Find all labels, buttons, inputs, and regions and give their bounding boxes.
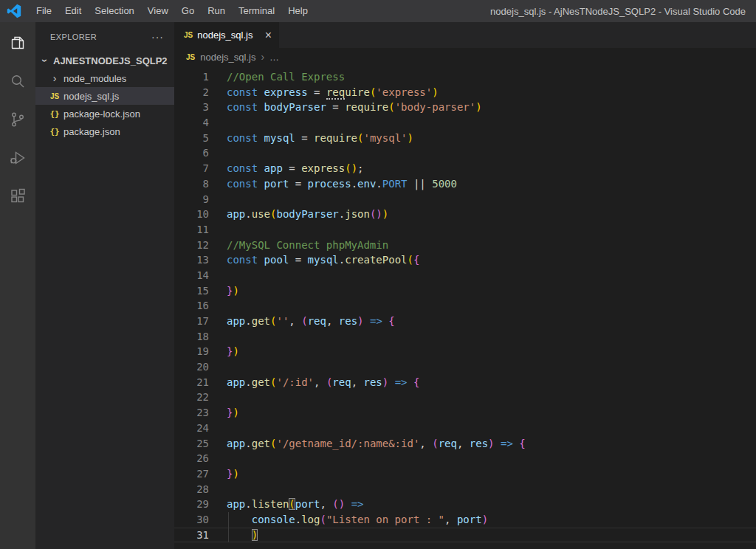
menu-terminal[interactable]: Terminal xyxy=(232,0,281,22)
tab-nodejs-sql-js[interactable]: JS nodejs_sql.js × xyxy=(174,22,279,48)
code-line-21[interactable]: 21app.get('/:id', (req, res) => { xyxy=(174,375,756,390)
code-line-27[interactable]: 27}) xyxy=(174,466,756,482)
line-number[interactable]: 10 xyxy=(174,207,221,222)
code-editor[interactable]: 1//Open Call Express2const express = req… xyxy=(174,66,756,549)
code-line-2[interactable]: 2const express = require('express') xyxy=(174,85,756,100)
file-label: package.json xyxy=(63,126,120,137)
line-number[interactable]: 4 xyxy=(174,115,221,131)
menu-go[interactable]: Go xyxy=(175,0,201,22)
code-token xyxy=(258,254,264,266)
line-number[interactable]: 13 xyxy=(174,252,221,268)
code-line-29[interactable]: 29app.listen(port, () => xyxy=(174,497,756,512)
line-number[interactable]: 20 xyxy=(174,359,221,375)
code-token: ) xyxy=(351,162,357,174)
code-line-24[interactable]: 24 xyxy=(174,421,756,436)
code-line-15[interactable]: 15}) xyxy=(174,283,756,299)
search-icon[interactable] xyxy=(9,72,27,90)
menu-edit[interactable]: Edit xyxy=(58,0,88,22)
breadcrumb-file[interactable]: nodejs_sql.js xyxy=(200,52,255,63)
sidebar-item-root-folder[interactable]: › AJNESTNODEJS_SQLP2 xyxy=(35,52,174,69)
code-line-8[interactable]: 8const port = process.env.PORT || 5000 xyxy=(174,176,756,192)
code-line-30[interactable]: 30 console.log("Listen on port : ", port… xyxy=(174,512,756,528)
line-number[interactable]: 28 xyxy=(174,482,221,497)
code-line-10[interactable]: 10app.use(bodyParser.json()) xyxy=(174,207,756,222)
line-number[interactable]: 27 xyxy=(174,466,221,482)
line-number[interactable]: 29 xyxy=(174,497,221,512)
code-line-28[interactable]: 28 xyxy=(174,482,756,497)
code-line-18[interactable]: 18 xyxy=(174,329,756,345)
code-line-13[interactable]: 13const pool = mysql.createPool({ xyxy=(174,252,756,268)
sidebar-item-package-json[interactable]: {}package.json xyxy=(35,122,174,140)
menu-view[interactable]: View xyxy=(141,0,175,22)
code-token: mysql xyxy=(264,132,295,144)
menu-help[interactable]: Help xyxy=(281,0,315,22)
breadcrumb-more[interactable]: … xyxy=(269,52,279,63)
line-number[interactable]: 22 xyxy=(174,390,221,405)
code-line-4[interactable]: 4 xyxy=(174,115,756,131)
run-debug-icon[interactable] xyxy=(9,149,27,167)
code-token: app xyxy=(264,162,283,174)
line-number[interactable]: 2 xyxy=(174,85,221,100)
sidebar-item-package-lock-json[interactable]: {}package-lock.json xyxy=(35,105,174,122)
code-line-22[interactable]: 22 xyxy=(174,390,756,405)
source-control-icon[interactable] xyxy=(9,111,27,128)
line-number[interactable]: 15 xyxy=(174,283,221,299)
line-number[interactable]: 3 xyxy=(174,100,221,115)
code-line-11[interactable]: 11 xyxy=(174,222,756,238)
line-number[interactable]: 17 xyxy=(174,314,221,329)
line-content xyxy=(221,298,756,314)
code-token: req xyxy=(332,376,351,388)
explorer-more-actions-icon[interactable]: ··· xyxy=(151,31,164,43)
line-content xyxy=(221,390,756,405)
line-number[interactable]: 19 xyxy=(174,344,221,359)
line-number[interactable]: 31 xyxy=(174,528,221,543)
code-line-20[interactable]: 20 xyxy=(174,359,756,375)
code-line-19[interactable]: 19}) xyxy=(174,344,756,359)
menu-selection[interactable]: Selection xyxy=(88,0,140,22)
code-line-23[interactable]: 23}) xyxy=(174,405,756,421)
code-token: bodyParser xyxy=(276,208,338,220)
menu-file[interactable]: File xyxy=(30,0,58,22)
line-number[interactable]: 30 xyxy=(174,512,221,528)
code-line-7[interactable]: 7const app = express(); xyxy=(174,161,756,176)
line-number[interactable]: 23 xyxy=(174,405,221,421)
code-line-3[interactable]: 3const bodyParser = require('body-parser… xyxy=(174,100,756,115)
line-number[interactable]: 6 xyxy=(174,145,221,161)
extensions-icon[interactable] xyxy=(9,187,27,205)
code-line-14[interactable]: 14 xyxy=(174,268,756,283)
line-number[interactable]: 18 xyxy=(174,329,221,345)
line-number[interactable]: 16 xyxy=(174,298,221,314)
line-number[interactable]: 1 xyxy=(174,69,221,85)
code-line-5[interactable]: 5const mysql = require('mysql') xyxy=(174,131,756,146)
code-line-16[interactable]: 16 xyxy=(174,298,756,314)
code-line-12[interactable]: 12//MySQL Connect phpMyAdmin xyxy=(174,238,756,253)
code-line-25[interactable]: 25app.get('/getname_id/:name&:id', (req,… xyxy=(174,436,756,452)
line-number[interactable]: 21 xyxy=(174,375,221,390)
sidebar-item-node-modules[interactable]: ›node_modules xyxy=(35,69,174,87)
line-number[interactable]: 12 xyxy=(174,238,221,253)
explorer-icon[interactable] xyxy=(9,34,27,52)
code-line-9[interactable]: 9 xyxy=(174,192,756,207)
line-number[interactable]: 7 xyxy=(174,161,221,176)
code-token xyxy=(364,315,370,327)
line-number[interactable]: 11 xyxy=(174,222,221,238)
line-number[interactable]: 9 xyxy=(174,192,221,207)
line-number[interactable]: 26 xyxy=(174,451,221,466)
line-number[interactable]: 8 xyxy=(174,176,221,192)
close-icon[interactable]: × xyxy=(265,30,272,41)
code-token: '/getname_id/:name&:id' xyxy=(276,438,419,449)
code-line-26[interactable]: 26 xyxy=(174,451,756,466)
menu-run[interactable]: Run xyxy=(201,0,232,22)
line-number[interactable]: 25 xyxy=(174,436,221,452)
code-line-17[interactable]: 17app.get('', (req, res) => { xyxy=(174,314,756,329)
line-number[interactable]: 5 xyxy=(174,131,221,146)
line-number[interactable]: 14 xyxy=(174,268,221,283)
line-number[interactable]: 24 xyxy=(174,421,221,436)
code-token: app xyxy=(227,438,245,449)
code-line-1[interactable]: 1//Open Call Express xyxy=(174,69,756,85)
breadcrumb[interactable]: JS nodejs_sql.js › … xyxy=(174,48,756,66)
code-line-31[interactable]: 31 ) xyxy=(174,528,756,543)
code-line-6[interactable]: 6 xyxy=(174,145,756,161)
sidebar-item-nodejs-sql-js[interactable]: JSnodejs_sql.js xyxy=(35,87,174,105)
code-token: = xyxy=(289,254,307,266)
